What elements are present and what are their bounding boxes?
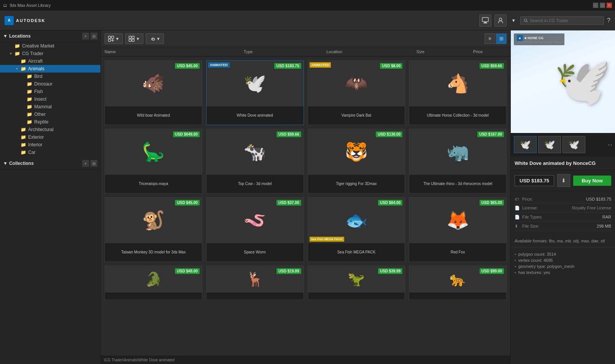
app-icon: 🗂	[3, 3, 7, 8]
grid-item-worm[interactable]: 🪱 USD $37.00 Space Worm	[206, 197, 304, 262]
col-location-header[interactable]: Location	[277, 49, 392, 54]
grid-item-deer[interactable]: 🦌 USD $19.89	[206, 266, 304, 300]
sidebar-item-aircraft[interactable]: 📁 Aircraft	[0, 57, 100, 65]
options-collection-button[interactable]: ⊟	[91, 160, 97, 167]
svg-rect-10	[132, 36, 134, 38]
car-label: Car	[28, 150, 97, 155]
display-icon[interactable]	[479, 14, 491, 27]
thumb-scroll-left[interactable]: ‹	[608, 142, 610, 147]
spec-vertex-count: vertex count: 4695	[515, 257, 611, 263]
grid-item-dove[interactable]: 🕊️ ANIMATED USD $183.75 White Dove anima…	[206, 60, 304, 125]
sidebar-item-cg-trader[interactable]: ▼ 📁 CG Trader	[0, 50, 100, 57]
minimize-button[interactable]: −	[593, 3, 598, 8]
sidebar-item-other[interactable]: 📁 Other	[0, 111, 100, 118]
panel-buy-button[interactable]: Buy Now	[573, 176, 611, 186]
grid-view-button[interactable]: ⊞	[496, 33, 507, 44]
svg-point-3	[499, 18, 502, 21]
price-badge-dove: USD $183.75	[274, 63, 301, 69]
settings-button[interactable]: ▼	[146, 33, 164, 44]
panel-download-button[interactable]: ⬇	[557, 174, 570, 187]
fox-symbol: 🦊	[447, 210, 469, 231]
cg-trader-toggle[interactable]: ▼	[9, 52, 14, 55]
sidebar-item-interior[interactable]: 📁 Interior	[0, 141, 100, 149]
sidebar-item-insect[interactable]: 📁 Insect	[0, 95, 100, 103]
bird-label: Bird	[34, 74, 97, 79]
collections-label: Collections	[9, 161, 34, 166]
grid-item-triceratops[interactable]: 🦕 USD $649.00 Triceratops-maya	[105, 129, 202, 193]
fish-pack-badge: Sea Fish MEGA PACK	[310, 237, 344, 242]
animals-toggle[interactable]: ▼	[15, 67, 21, 71]
thumb-scroll-right[interactable]: ›	[610, 142, 612, 147]
list-view-button[interactable]: ≡	[485, 33, 495, 44]
collections-header-actions: + ⊟	[82, 160, 97, 167]
toolbar: ▼ ▼ ▼ ≡ ⊞	[101, 30, 510, 47]
sidebar-item-bird[interactable]: 📁 Bird	[0, 73, 100, 80]
grid-item-cow[interactable]: 🐄 USD $59.66 Top Cow - 3d model	[206, 129, 304, 193]
grid-item-horse[interactable]: 🐴 USD $59.66 Ultimate Horse Collection -…	[409, 60, 507, 125]
sidebar-item-fish[interactable]: 📁 Fish	[0, 88, 100, 95]
grid-item-croc[interactable]: 🐊 USD $49.00	[105, 266, 202, 300]
app-title: 🗂 3ds Max Asset Library	[3, 3, 51, 8]
aircraft-folder-icon: 📁	[21, 59, 27, 64]
add-asset-button[interactable]: ▼	[105, 33, 123, 44]
price-badge-triceratops: USD $649.00	[173, 131, 200, 137]
horse-symbol: 🐴	[447, 73, 469, 94]
fish-folder-icon: 📁	[27, 89, 33, 94]
grid-item-rex[interactable]: 🦖 USD $39.99	[308, 266, 405, 300]
add-location-button[interactable]: +	[82, 33, 89, 40]
grid-item-boar[interactable]: 🐗 USD $45.00 Wild boar Animated	[105, 60, 202, 125]
sidebar-item-exterior[interactable]: 📁 Exterior	[0, 133, 100, 141]
locations-toggle-icon[interactable]: ▼	[3, 33, 8, 39]
statusbar-text: \CG Trader\Animals\White Dove animated	[104, 358, 175, 362]
interior-folder-icon: 📁	[21, 142, 27, 147]
col-size-header[interactable]: Size	[392, 49, 449, 54]
autodesk-logo-icon: A	[5, 16, 14, 25]
filesize-detail-value: 298 MB	[553, 224, 611, 228]
search-bar[interactable]	[520, 16, 604, 25]
grid-item-rhino[interactable]: 🦏 USD $167.00 The Ultimate rhino - 3d rh…	[409, 129, 507, 193]
sidebar-item-creative-market[interactable]: 📁 Creative Market	[0, 42, 100, 50]
grid-item-cheetah[interactable]: 🐆 USD $99.00	[409, 266, 507, 300]
statusbar: \CG Trader\Animals\White Dove animated	[101, 356, 510, 364]
panel-thumb-2[interactable]: 🕊️	[538, 136, 561, 153]
view-button[interactable]: ▼	[125, 33, 143, 44]
dropdown-arrow-icon[interactable]: ▼	[510, 14, 517, 27]
options-location-button[interactable]: ⊟	[91, 33, 97, 40]
grid-item-monkey[interactable]: 🐒 USD $45.00 Taiwan Monkey 3D model for …	[105, 197, 202, 262]
grid-item-tiger[interactable]: 🐯 USD $130.00 Tiger rigging For 3Dmax	[308, 129, 405, 193]
filetype-icon: 📄	[515, 215, 520, 220]
insect-folder-icon: 📁	[27, 97, 33, 102]
grid-item-bat[interactable]: 🦇 Animated USD $8.00 Vampire Dark Bat	[308, 60, 405, 125]
sidebar-item-architectural[interactable]: 📁 Architectural	[0, 126, 100, 133]
spec-polygon-count: polygon count: 3514	[515, 251, 611, 257]
grid-item-fox[interactable]: 🦊 USD $65.00 Red Fox	[409, 197, 507, 262]
price-badge-boar: USD $45.00	[175, 63, 199, 69]
rex-symbol: 🦖	[348, 271, 365, 287]
thumb2-icon: 🕊️	[544, 139, 555, 150]
add-collection-button[interactable]: +	[82, 160, 89, 167]
sidebar-item-animals[interactable]: ▼ 📁 Animals	[0, 65, 100, 73]
grid-item-fish[interactable]: 🐟 Sea Fish MEGA PACK USD $84.00 Sea Fish…	[308, 197, 405, 262]
close-button[interactable]: ✕	[607, 3, 612, 8]
monkey-symbol: 🐒	[142, 210, 165, 231]
col-type-header[interactable]: Type	[219, 49, 277, 54]
fish-label: Fish	[34, 89, 97, 94]
maximize-button[interactable]: □	[600, 3, 605, 8]
sidebar-item-mammal[interactable]: 📁 Mammal	[0, 103, 100, 111]
help-icon[interactable]: ?	[607, 17, 610, 24]
sidebar-item-dinosaur[interactable]: 📁 Dinosaur	[0, 80, 100, 88]
sidebar-item-reptile[interactable]: 📁 Reptile	[0, 118, 100, 126]
search-input[interactable]	[530, 18, 601, 23]
user-icon[interactable]	[494, 14, 507, 27]
col-name-header[interactable]: Name	[105, 49, 219, 54]
grid-row-2: 🦕 USD $649.00 Triceratops-maya 🐄 USD $59…	[105, 129, 507, 193]
collections-toggle-icon[interactable]: ▼	[3, 161, 8, 166]
panel-thumb-1[interactable]: 🕊️	[514, 136, 537, 153]
col-price-header[interactable]: Price	[449, 49, 507, 54]
sidebar-item-car[interactable]: 📁 Car	[0, 149, 100, 156]
panel-thumb-3[interactable]: 🕊️	[563, 136, 585, 153]
item-name-rhino: The Ultimate rhino - 3d rhinoceros model	[409, 175, 506, 193]
svg-rect-1	[484, 22, 486, 23]
item-name-dove: White Dove animated	[207, 106, 304, 125]
add-dropdown-arrow: ▼	[115, 36, 119, 41]
